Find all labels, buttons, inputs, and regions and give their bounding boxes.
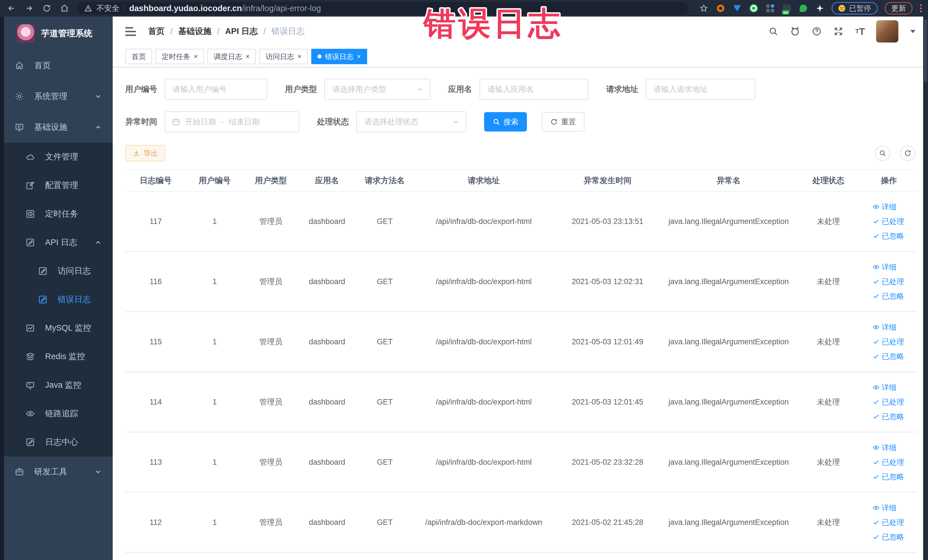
sidebar-item-infra[interactable]: 基础设施 — [0, 112, 113, 143]
sidebar-item-log-center[interactable]: 日志中心 — [0, 428, 113, 456]
cell-method: GET — [356, 337, 414, 346]
hide-search-button[interactable] — [875, 145, 890, 161]
github-icon[interactable] — [789, 26, 801, 37]
check-icon — [873, 232, 879, 240]
process-status-select[interactable]: 请选择处理状态 — [356, 111, 466, 132]
extension-on-badge-icon[interactable]: on — [782, 3, 792, 13]
tab-scheduled-job[interactable]: 定时任务× — [156, 49, 204, 64]
user-type-select[interactable]: 请选择用户类型 — [324, 79, 430, 100]
mark-processed-link[interactable]: 已处理 — [873, 517, 904, 528]
chrome-update-chip[interactable]: 更新 — [885, 2, 913, 15]
extension-grid-icon[interactable] — [765, 3, 775, 13]
detail-link[interactable]: 详细 — [873, 322, 897, 333]
detail-link[interactable]: 详细 — [873, 503, 897, 513]
tab-error-log[interactable]: 错误日志× — [311, 49, 367, 64]
content-area: 首页 / 基础设施 / API 日志 / 错误日志 TT 首页 定时任务× 调度 — [113, 17, 928, 560]
cell-app-name: dashboard — [298, 217, 356, 226]
mark-ignored-link[interactable]: 已忽略 — [873, 412, 904, 422]
mark-ignored-link[interactable]: 已忽略 — [873, 351, 904, 362]
app-name-input[interactable] — [479, 79, 589, 100]
cell-exception-time: 2021-05-03 23:13:51 — [553, 217, 662, 226]
extension-blue-shield-icon[interactable] — [732, 3, 742, 13]
check-icon — [873, 293, 879, 299]
extension-green-circle-icon[interactable] — [749, 3, 759, 13]
table-row: 112 1 管理员 dashboard GET /api/infra/db-do… — [125, 493, 917, 553]
extension-orange-ring-icon[interactable] — [716, 3, 725, 13]
tab-access-log[interactable]: 访问日志× — [259, 49, 308, 64]
eye-icon — [873, 504, 879, 511]
mark-ignored-link[interactable]: 已忽略 — [873, 291, 904, 301]
bookmark-star-icon[interactable] — [699, 3, 709, 14]
filter-row-1: 用户编号 用户类型 请选择用户类型 应用名 请求地址 — [113, 79, 928, 100]
cell-user-type: 管理员 — [243, 517, 298, 528]
download-icon — [133, 150, 140, 157]
user-avatar[interactable] — [876, 20, 898, 43]
tab-schedule-log[interactable]: 调度日志× — [208, 49, 256, 64]
sidebar-toggle-icon[interactable] — [125, 27, 136, 36]
breadcrumb: 首页 / 基础设施 / API 日志 / 错误日志 — [148, 26, 305, 37]
check-icon — [873, 398, 879, 405]
extension-sprout-icon[interactable] — [798, 3, 808, 13]
avatar-caret-icon[interactable] — [910, 30, 916, 33]
check-icon — [873, 338, 879, 345]
mark-processed-link[interactable]: 已处理 — [873, 337, 904, 347]
detail-link[interactable]: 详细 — [873, 383, 897, 392]
calendar-icon — [172, 118, 180, 126]
close-icon[interactable]: × — [194, 53, 198, 60]
browser-menu-icon[interactable] — [920, 4, 922, 12]
tab-home[interactable]: 首页 — [125, 49, 152, 64]
export-button[interactable]: 导出 — [125, 145, 165, 162]
back-icon[interactable] — [6, 3, 17, 14]
mark-processed-link[interactable]: 已处理 — [873, 397, 904, 407]
request-url-input[interactable] — [646, 79, 756, 100]
help-icon[interactable] — [811, 26, 823, 37]
mark-ignored-link[interactable]: 已忽略 — [873, 532, 904, 542]
sidebar-item-devtools[interactable]: 研发工具 — [0, 456, 113, 487]
cloud-icon — [26, 153, 35, 162]
font-size-icon[interactable]: TT — [855, 26, 866, 37]
forward-icon[interactable] — [24, 3, 34, 14]
app-logo-row[interactable]: 芋道管理系统 — [0, 17, 113, 50]
home-icon[interactable] — [60, 3, 70, 14]
sidebar-item-mysql-monitor[interactable]: MySQL 监控 — [0, 314, 113, 342]
mark-processed-link[interactable]: 已处理 — [873, 217, 904, 226]
sidebar-item-api-log[interactable]: API 日志 — [0, 228, 113, 257]
reload-icon[interactable] — [42, 3, 52, 14]
sidebar-item-home[interactable]: 首页 — [0, 50, 113, 81]
breadcrumb-infra[interactable]: 基础设施 — [178, 26, 211, 37]
extensions-puzzle-icon[interactable] — [815, 3, 825, 13]
user-id-input[interactable] — [165, 79, 267, 100]
date-range-picker[interactable]: 开始日期 - 结束日期 — [165, 111, 299, 132]
sidebar-item-java-monitor[interactable]: Java 监控 — [0, 371, 113, 400]
sidebar-item-access-log[interactable]: 访问日志 — [0, 257, 113, 285]
breadcrumb-api-log[interactable]: API 日志 — [225, 26, 258, 37]
address-bar[interactable]: 不安全 dashboard.yudao.iocoder.cn/infra/log… — [77, 2, 688, 15]
close-icon[interactable]: × — [246, 53, 250, 60]
mark-ignored-link[interactable]: 已忽略 — [873, 231, 904, 241]
mark-processed-link[interactable]: 已处理 — [873, 457, 904, 467]
sidebar-item-trace[interactable]: 链路追踪 — [0, 400, 113, 428]
detail-link[interactable]: 详细 — [873, 202, 897, 212]
sidebar-item-system[interactable]: 系统管理 — [0, 81, 113, 112]
search-button[interactable]: 搜索 — [484, 112, 527, 131]
detail-link[interactable]: 详细 — [873, 443, 897, 453]
sidebar-item-error-log[interactable]: 错误日志 — [0, 285, 113, 314]
sidebar-item-config-manage[interactable]: 配置管理 — [0, 171, 113, 200]
search-icon — [493, 118, 500, 125]
sidebar-item-file-manage[interactable]: 文件管理 — [0, 143, 113, 171]
close-icon[interactable]: × — [298, 53, 302, 60]
close-icon[interactable]: × — [357, 53, 361, 60]
tab-paused-chip[interactable]: 已暂停 — [832, 2, 878, 15]
page-scrollbar[interactable] — [923, 17, 928, 560]
search-icon[interactable] — [768, 26, 779, 37]
cell-exception-time: 2021-05-03 12:01:49 — [553, 337, 662, 346]
mark-processed-link[interactable]: 已处理 — [873, 277, 904, 287]
fullscreen-icon[interactable] — [833, 26, 844, 37]
breadcrumb-home[interactable]: 首页 — [148, 26, 165, 37]
mark-ignored-link[interactable]: 已忽略 — [873, 472, 904, 482]
sidebar-item-scheduled-job[interactable]: 定时任务 — [0, 200, 113, 228]
sidebar-item-redis-monitor[interactable]: Redis 监控 — [0, 342, 113, 371]
refresh-button[interactable] — [900, 145, 916, 161]
reset-button[interactable]: 重置 — [542, 112, 585, 131]
detail-link[interactable]: 详细 — [873, 262, 897, 272]
